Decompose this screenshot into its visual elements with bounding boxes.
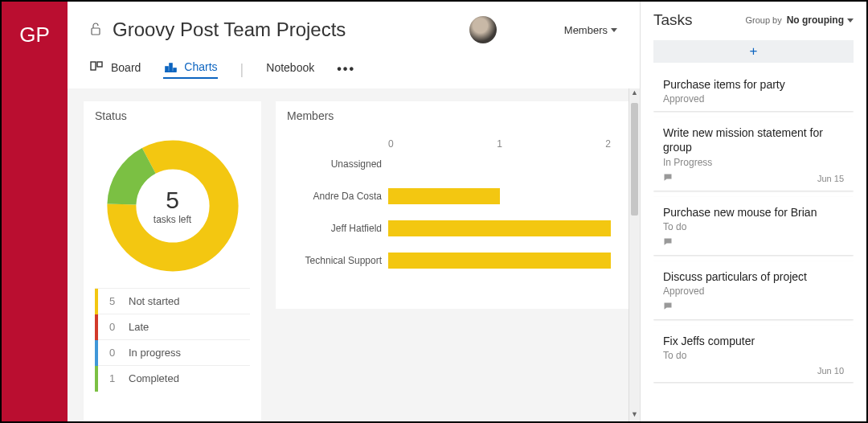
tasks-panel: Tasks Group by No grouping + Purchase it… xyxy=(640,2,866,421)
svg-rect-2 xyxy=(97,62,102,67)
tick-2: 2 xyxy=(605,138,611,150)
task-status: In Progress xyxy=(663,157,844,168)
more-menu[interactable]: ••• xyxy=(337,62,355,76)
legend-row: 1Completed xyxy=(95,365,250,391)
legend-swatch xyxy=(95,366,98,392)
legend-row: 0In progress xyxy=(95,339,250,365)
caret-down-icon xyxy=(847,18,854,23)
bar-labels: UnassignedAndre Da CostaJeff HatfieldTec… xyxy=(287,138,382,269)
bar xyxy=(388,220,611,236)
tasks-panel-title: Tasks xyxy=(653,11,693,29)
group-by-label: Group by xyxy=(745,15,781,25)
legend-count: 0 xyxy=(109,347,117,359)
main-area: Groovy Post Team Projects Members Board xyxy=(68,2,640,421)
bar-label: Jeff Hatfield xyxy=(331,220,382,236)
legend-label: Late xyxy=(129,321,149,333)
bar-label: Technical Support xyxy=(305,253,382,269)
bar-label: Andre Da Costa xyxy=(313,188,382,204)
tab-charts[interactable]: Charts xyxy=(163,60,217,79)
scroll-down-icon[interactable]: ▼ xyxy=(629,410,640,421)
svg-rect-0 xyxy=(92,28,100,35)
members-dropdown-label: Members xyxy=(564,24,608,36)
task-date: Jun 10 xyxy=(817,366,844,376)
charts-content: Status 5 tasks left 5Not started0Late0In… xyxy=(68,88,640,421)
members-card-title: Members xyxy=(287,109,620,122)
legend-count: 0 xyxy=(109,321,117,333)
tab-notebook-label: Notebook xyxy=(266,61,314,74)
legend-label: Not started xyxy=(129,295,180,307)
task-title: Fix Jeffs computer xyxy=(663,334,844,348)
members-card: Members UnassignedAndre Da CostaJeff Hat… xyxy=(276,101,632,309)
svg-rect-3 xyxy=(166,67,168,72)
caret-down-icon xyxy=(611,28,617,32)
task-status: To do xyxy=(663,221,844,232)
bar-plot: 0 1 2 xyxy=(382,138,611,269)
tab-board-label: Board xyxy=(111,61,141,74)
bar-label: Unassigned xyxy=(331,156,382,172)
tabs: Board Charts | Notebook ••• xyxy=(90,51,617,88)
legend-label: In progress xyxy=(129,347,181,359)
legend-count: 1 xyxy=(109,372,117,384)
task-card[interactable]: Purchase new mouse for BrianTo do xyxy=(653,197,854,255)
task-card[interactable]: Write new mission statement for groupIn … xyxy=(653,117,854,190)
tab-board[interactable]: Board xyxy=(90,60,141,78)
tick-0: 0 xyxy=(388,138,394,150)
svg-rect-4 xyxy=(170,64,172,72)
tab-separator: | xyxy=(240,61,244,78)
task-card[interactable]: Fix Jeffs computerTo doJun 10 xyxy=(653,326,854,382)
scroll-thumb[interactable] xyxy=(631,103,638,216)
legend-row: 5Not started xyxy=(95,288,250,314)
group-by-value: No grouping xyxy=(787,14,844,26)
group-by-dropdown[interactable]: Group by No grouping xyxy=(745,14,854,26)
members-dropdown[interactable]: Members xyxy=(564,24,617,36)
tab-charts-label: Charts xyxy=(184,60,217,73)
app-sidebar: GP xyxy=(2,2,68,421)
bar xyxy=(388,253,611,269)
status-legend: 5Not started0Late0In progress1Completed xyxy=(95,288,250,391)
charts-icon xyxy=(163,60,178,74)
comment-icon xyxy=(663,173,673,184)
svg-rect-1 xyxy=(91,62,96,70)
status-card-title: Status xyxy=(95,109,250,122)
status-card: Status 5 tasks left 5Not started0Late0In… xyxy=(84,101,261,421)
lock-icon xyxy=(90,23,101,38)
task-title: Write new mission statement for group xyxy=(663,125,844,154)
status-donut: 5 tasks left xyxy=(105,138,240,273)
plus-icon: + xyxy=(750,43,758,60)
task-status: Approved xyxy=(663,285,844,297)
task-list: Purchase items for partyApprovedWrite ne… xyxy=(653,69,854,421)
app-logo: GP xyxy=(2,2,68,47)
task-date: Jun 15 xyxy=(817,174,844,183)
task-title: Purchase new mouse for Brian xyxy=(663,205,844,220)
bar xyxy=(388,188,500,204)
comment-icon xyxy=(663,302,673,313)
donut-label: tasks left xyxy=(154,214,191,225)
board-icon xyxy=(90,60,104,75)
tick-1: 1 xyxy=(497,138,502,150)
svg-rect-5 xyxy=(174,68,176,72)
legend-count: 5 xyxy=(109,295,117,307)
header: Groovy Post Team Projects Members Board xyxy=(68,2,640,88)
donut-value: 5 xyxy=(154,187,191,214)
legend-row: 0Late xyxy=(95,314,250,339)
legend-swatch xyxy=(95,289,98,314)
legend-swatch xyxy=(95,340,98,366)
content-scrollbar[interactable]: ▲ ▼ xyxy=(628,88,640,421)
task-title: Purchase items for party xyxy=(663,77,844,92)
scroll-up-icon[interactable]: ▲ xyxy=(629,88,640,100)
legend-label: Completed xyxy=(129,372,179,384)
tab-notebook[interactable]: Notebook xyxy=(266,61,314,77)
task-card[interactable]: Discuss particulars of projectApproved xyxy=(653,261,854,319)
add-task-button[interactable]: + xyxy=(653,40,854,63)
task-status: Approved xyxy=(663,93,844,105)
task-title: Discuss particulars of project xyxy=(663,269,844,284)
task-status: To do xyxy=(663,350,844,361)
avatar[interactable] xyxy=(469,16,497,43)
page-title: Groovy Post Team Projects xyxy=(113,18,458,41)
comment-icon xyxy=(663,237,673,248)
legend-swatch xyxy=(95,314,98,340)
task-card[interactable]: Purchase items for partyApproved xyxy=(653,69,854,111)
